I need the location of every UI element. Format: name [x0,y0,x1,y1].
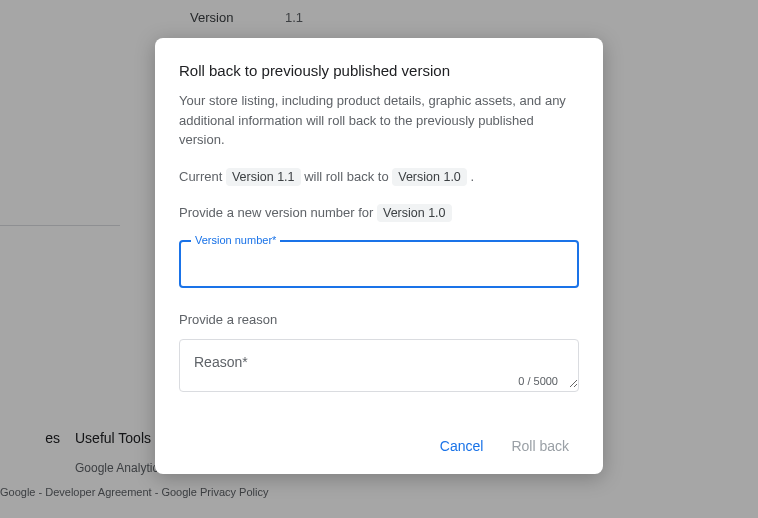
dialog-title: Roll back to previously published versio… [179,62,579,79]
dialog-actions: Cancel Roll back [179,422,579,462]
version-number-input[interactable] [181,242,577,286]
version-field-label: Version number* [191,234,280,246]
text-mid: will roll back to [301,169,393,184]
version-number-field: Version number* [179,240,579,288]
text-prefix: Current [179,169,226,184]
rollback-button[interactable]: Roll back [501,430,579,462]
current-version-line: Current Version 1.1 will roll back to Ve… [179,168,579,186]
rollback-dialog: Roll back to previously published versio… [155,38,603,474]
cancel-button[interactable]: Cancel [430,430,494,462]
target-version-chip: Version 1.0 [392,168,467,186]
reason-section-label: Provide a reason [179,312,579,327]
dialog-description: Your store listing, including product de… [179,91,579,150]
current-version-chip: Version 1.1 [226,168,301,186]
modal-overlay: Roll back to previously published versio… [0,0,758,518]
char-counter: 0 / 5000 [518,375,558,387]
provide-number-line: Provide a new version number for Version… [179,204,579,222]
text-prefix: Provide a new version number for [179,205,377,220]
reason-field: 0 / 5000 [179,339,579,392]
provide-number-chip: Version 1.0 [377,204,452,222]
text-period: . [467,169,474,184]
